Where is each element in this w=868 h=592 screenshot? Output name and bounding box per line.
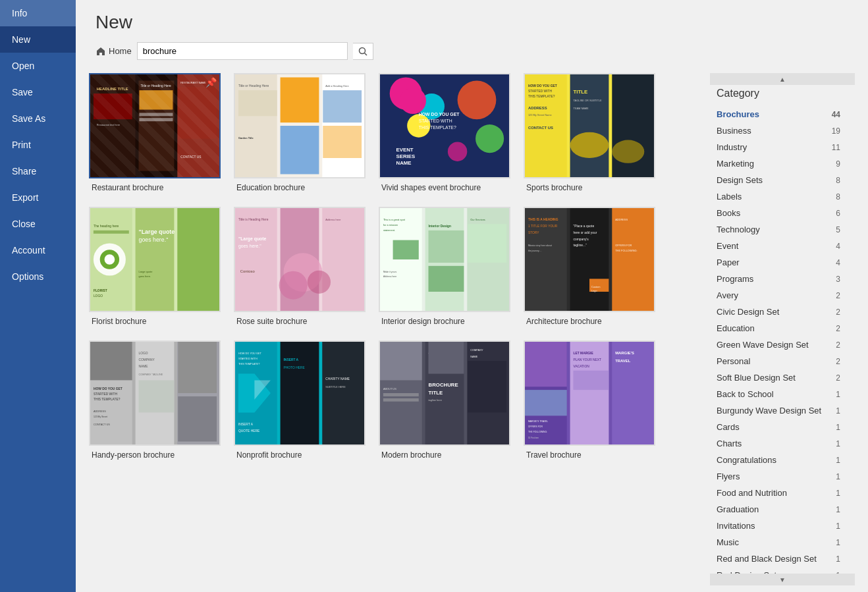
category-item-green-wave-design-set[interactable]: Green Wave Design Set2	[710, 336, 847, 353]
sidebar-item-options[interactable]: Options	[0, 263, 76, 290]
category-count-labels: 8	[836, 192, 840, 202]
template-handy[interactable]: HOW DO YOU GET STARTED WITH THIS TEMPLAT…	[89, 340, 221, 461]
category-item-red-and-black-design-set[interactable]: Red and Black Design Set1	[710, 551, 847, 567]
svg-text:COMPANY TAGLINE: COMPANY TAGLINE	[139, 373, 163, 376]
category-item-food-and-nutrition[interactable]: Food and Nutrition1	[710, 485, 847, 501]
category-item-education[interactable]: Education2	[710, 320, 847, 336]
template-restaurant[interactable]: HEADLINE TITLE Restaurant text here Titl…	[89, 73, 221, 194]
svg-text:LOGO: LOGO	[94, 294, 103, 298]
category-item-labels[interactable]: Labels8	[710, 188, 847, 205]
svg-text:EVENT: EVENT	[396, 147, 414, 153]
template-interior[interactable]: This is a great spot for a mission state…	[379, 207, 510, 327]
svg-rect-22	[238, 90, 277, 116]
template-thumb-restaurant[interactable]: HEADLINE TITLE Restaurant text here Titl…	[89, 73, 221, 178]
education-thumb-svg: Title or Heading Here Add a Heading Here…	[235, 74, 364, 177]
category-item-paper[interactable]: Paper4	[710, 254, 847, 271]
category-item-books[interactable]: Books6	[710, 205, 847, 221]
template-thumb-travel[interactable]: LET MARGIE PLAN YOUR NEXT VACATION MARGI…	[524, 340, 655, 446]
category-item-business[interactable]: Business19	[710, 122, 847, 139]
svg-rect-4	[139, 80, 175, 171]
scroll-down-button[interactable]: ▼	[710, 574, 855, 585]
template-label-architecture: Architecture brochure	[524, 315, 655, 327]
sidebar-item-export[interactable]: Export	[0, 184, 76, 211]
svg-text:TEAM NAME: TEAM NAME	[574, 107, 589, 111]
template-thumb-architecture[interactable]: THIS IS A HEADING 1 TITLE FOR YOUR STORY…	[524, 207, 655, 312]
svg-text:ABOUT US: ABOUT US	[383, 387, 396, 390]
category-item-industry[interactable]: Industry11	[710, 139, 847, 155]
category-item-event[interactable]: Event4	[710, 238, 847, 254]
svg-text:NAME: NAME	[396, 160, 412, 166]
template-thumb-modern[interactable]: ABOUT US CONTACT US BROCHURE TITLE tagli…	[379, 340, 510, 446]
template-thumb-rose[interactable]: Title is Heading Here "Large quote goes …	[234, 207, 366, 312]
svg-text:VACATION: VACATION	[574, 365, 590, 368]
modern-thumb-svg: ABOUT US CONTACT US BROCHURE TITLE tagli…	[380, 342, 509, 444]
svg-rect-100	[612, 208, 654, 311]
template-modern[interactable]: ABOUT US CONTACT US BROCHURE TITLE tagli…	[379, 340, 510, 461]
category-item-congratulations[interactable]: Congratulations1	[710, 452, 847, 468]
search-input[interactable]	[137, 42, 348, 60]
template-nonprofit[interactable]: HOW DO YOU GET STARTED WITH THIS TEMPLAT…	[234, 340, 366, 461]
category-label-congratulations: Congratulations	[717, 455, 776, 465]
category-item-back-to-school[interactable]: Back to School1	[710, 386, 847, 402]
category-count-avery: 2	[836, 291, 840, 300]
category-item-music[interactable]: Music1	[710, 534, 847, 551]
category-item-invitations[interactable]: Invitations1	[710, 518, 847, 534]
sidebar-item-save[interactable]: Save	[0, 79, 76, 105]
svg-rect-120	[90, 342, 132, 380]
template-thumb-sports[interactable]: HOW DO YOU GET STARTED WITH THIS TEMPLAT…	[524, 73, 655, 178]
sidebar-item-new[interactable]: New	[0, 26, 76, 53]
category-item-technology[interactable]: Technology5	[710, 221, 847, 238]
template-travel[interactable]: LET MARGIE PLAN YOUR NEXT VACATION MARGI…	[524, 340, 655, 461]
template-education[interactable]: Title or Heading Here Add a Heading Here…	[234, 73, 366, 194]
template-thumb-interior[interactable]: This is a great spot for a mission state…	[379, 207, 510, 312]
template-rose[interactable]: Title is Heading Here "Large quote goes …	[234, 207, 366, 327]
sidebar-item-open[interactable]: Open	[0, 53, 76, 79]
home-button[interactable]: Home	[95, 46, 132, 57]
svg-text:COMPANY: COMPANY	[139, 358, 155, 362]
category-panel: ▲ Category Brochures44Business19Industry…	[710, 67, 855, 592]
category-count-flyers: 1	[836, 472, 840, 481]
category-item-red-design-set[interactable]: Red Design Set1	[710, 567, 847, 574]
svg-text:Restaurant text here: Restaurant text here	[97, 123, 120, 126]
sidebar-item-info[interactable]: Info	[0, 0, 76, 26]
category-item-brochures[interactable]: Brochures44	[710, 106, 847, 122]
template-thumb-handy[interactable]: HOW DO YOU GET STARTED WITH THIS TEMPLAT…	[89, 340, 221, 446]
template-row-1: HEADLINE TITLE Restaurant text here Titl…	[89, 73, 697, 194]
category-item-civic-design-set[interactable]: Civic Design Set2	[710, 304, 847, 320]
template-vivid[interactable]: HOW DO YOU GET STARTED WITH THIS TEMPLAT…	[379, 73, 510, 194]
category-item-flyers[interactable]: Flyers1	[710, 468, 847, 485]
svg-rect-58	[177, 208, 219, 311]
category-item-cards[interactable]: Cards1	[710, 419, 847, 435]
template-row-2: The heading here "Large quote goes here.…	[89, 207, 697, 327]
sidebar-item-share[interactable]: Share	[0, 158, 76, 184]
template-sports[interactable]: HOW DO YOU GET STARTED WITH THIS TEMPLAT…	[524, 73, 655, 194]
category-label-personal: Personal	[717, 356, 750, 366]
template-thumb-vivid[interactable]: HOW DO YOU GET STARTED WITH THIS TEMPLAT…	[379, 73, 510, 178]
sidebar-item-account[interactable]: Account	[0, 237, 76, 263]
category-label-charts: Charts	[717, 439, 742, 448]
pin-icon: 📌	[205, 77, 217, 88]
category-item-soft-blue-design-set[interactable]: Soft Blue Design Set2	[710, 369, 847, 386]
template-thumb-florist[interactable]: The heading here "Large quote goes here.…	[89, 207, 221, 312]
template-florist[interactable]: The heading here "Large quote goes here.…	[89, 207, 221, 327]
scroll-up-button[interactable]: ▲	[710, 73, 855, 85]
template-thumb-education[interactable]: Title or Heading Here Add a Heading Here…	[234, 73, 366, 178]
category-item-burgundy-wave-design-set[interactable]: Burgundy Wave Design Set1	[710, 402, 847, 419]
sidebar-item-close[interactable]: Close	[0, 211, 76, 237]
svg-text:Our Services: Our Services	[470, 218, 485, 221]
category-item-charts[interactable]: Charts1	[710, 435, 847, 452]
category-item-design-sets[interactable]: Design Sets8	[710, 172, 847, 188]
category-item-programs[interactable]: Programs3	[710, 271, 847, 287]
svg-text:QUOTE HERE: QUOTE HERE	[238, 429, 260, 433]
sidebar-item-save-as[interactable]: Save As	[0, 105, 76, 132]
category-item-personal[interactable]: Personal2	[710, 353, 847, 369]
category-item-graduation[interactable]: Graduation1	[710, 501, 847, 518]
search-button[interactable]	[353, 43, 373, 60]
template-thumb-nonprofit[interactable]: HOW DO YOU GET STARTED WITH THIS TEMPLAT…	[234, 340, 366, 446]
category-count-burgundy-wave-design-set: 1	[836, 406, 840, 416]
sidebar-item-print[interactable]: Print	[0, 132, 76, 158]
category-item-marketing[interactable]: Marketing9	[710, 155, 847, 172]
template-architecture[interactable]: THIS IS A HEADING 1 TITLE FOR YOUR STORY…	[524, 207, 655, 327]
architecture-thumb-svg: THIS IS A HEADING 1 TITLE FOR YOUR STORY…	[525, 208, 654, 311]
category-item-avery[interactable]: Avery2	[710, 287, 847, 304]
